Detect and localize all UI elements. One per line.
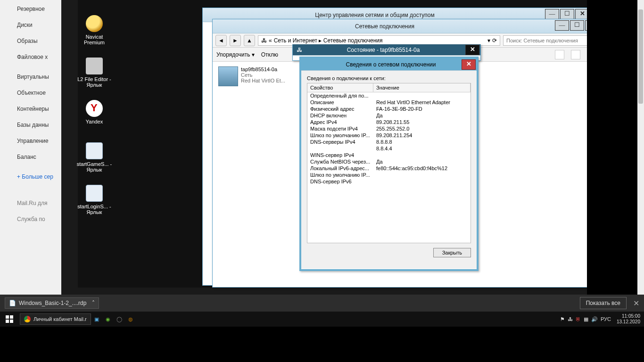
value-cell: 255.255.252.0: [373, 125, 471, 132]
properties-table: Свойство Значение Определенный для по...…: [307, 83, 471, 243]
sidebar-item[interactable]: Виртуальны: [0, 69, 61, 85]
preview-pane-icon[interactable]: [571, 50, 580, 59]
minimize-button[interactable]: —: [545, 9, 559, 19]
sidebar-item[interactable]: Объектное: [0, 85, 61, 101]
desktop-icon-startgame[interactable]: startGameS... - Ярлык: [75, 142, 113, 173]
sidebar-mailru[interactable]: Mail.Ru для: [0, 195, 61, 211]
table-row[interactable]: DNS-сервер IPv6: [307, 178, 471, 185]
show-all-downloads[interactable]: Показать все: [580, 297, 627, 309]
tray-lang[interactable]: РУС: [601, 316, 611, 322]
table-row[interactable]: Адрес IPv489.208.211.55: [307, 119, 471, 125]
sidebar-item[interactable]: Диски: [0, 17, 61, 33]
sidebar-item[interactable]: Файловое х: [0, 49, 61, 65]
nav-up-button[interactable]: ▲: [244, 35, 255, 46]
connection-details-window[interactable]: Сведения о сетевом подключении ✕ Сведени…: [299, 57, 479, 271]
titlebar[interactable]: 🖧 Состояние - tap9fb85514-0a ✕: [293, 44, 480, 56]
close-button[interactable]: ✕: [585, 20, 587, 31]
sidebar-more[interactable]: + Больше сер: [0, 169, 61, 185]
tray-clock[interactable]: 11:05:00 13.12.2020: [614, 313, 640, 325]
property-cell: [307, 145, 373, 152]
desktop-icon-yandex[interactable]: Yandex: [75, 100, 113, 124]
value-cell: fe80::544c:ac95:cbd0:f4bc%12: [373, 165, 471, 172]
col-value: Значение: [373, 83, 471, 92]
adapter-driver: Red Hat VirtIO Et...: [241, 78, 295, 83]
close-button[interactable]: ✕: [575, 9, 587, 19]
host-scrollbar[interactable]: [637, 0, 644, 295]
chevron-down-icon[interactable]: ▾: [487, 36, 490, 45]
value-cell: [373, 92, 471, 99]
desktop-icon-navicat[interactable]: Navicat Premium: [75, 15, 113, 45]
close-button[interactable]: ✕: [465, 45, 479, 55]
table-row[interactable]: ОписаниеRed Hat VirtIO Ethernet Adapter: [307, 99, 471, 106]
sidebar-item[interactable]: Образы: [0, 33, 61, 49]
taskbar-app-chrome[interactable]: Личный кабинет Mail.r: [20, 313, 91, 325]
taskbar-pinned-utorrent[interactable]: ◉: [102, 312, 114, 327]
desktop-icon-l2editor[interactable]: L2 File Editor - Ярлык: [75, 58, 113, 88]
minimize-button[interactable]: —: [555, 20, 569, 31]
tray-icon[interactable]: ⚑: [560, 316, 565, 322]
nav-forward-button[interactable]: ►: [230, 35, 241, 46]
table-row[interactable]: 8.8.4.4: [307, 145, 471, 152]
maximize-button[interactable]: ☐: [560, 9, 574, 19]
table-row[interactable]: DHCP включенДа: [307, 112, 471, 119]
chevron-up-icon[interactable]: ˄: [92, 300, 95, 306]
yandex-icon: [86, 100, 103, 117]
sidebar-item[interactable]: Управление: [0, 133, 61, 149]
organise-menu[interactable]: Упорядочить ▾: [216, 51, 255, 58]
start-button[interactable]: [0, 312, 19, 327]
adapter-icon: 🖧: [297, 47, 302, 53]
titlebar[interactable]: Сведения о сетевом подключении ✕: [301, 58, 477, 71]
taskbar-pinned-steam[interactable]: ◯: [114, 312, 125, 327]
property-cell: Шлюз по умолчанию IP...: [307, 132, 373, 139]
taskbar: Личный кабинет Mail.r ▣ ◉ ◯ ◍ ⚑ 🖧 ⛨ ▦ 🔊 …: [0, 312, 644, 327]
table-row[interactable]: Маска подсети IPv4255.255.252.0: [307, 125, 471, 132]
adapter-item[interactable]: tap9fb85514-0a Сеть Red Hat VirtIO Et...: [218, 66, 296, 86]
tray-sound-icon[interactable]: 🔊: [591, 316, 598, 322]
titlebar[interactable]: Сетевые подключения — ☐ ✕: [213, 19, 587, 33]
rdp-viewport: Navicat Premium L2 File Editor - Ярлык Y…: [61, 0, 587, 295]
table-row[interactable]: Служба NetBIOS через...Да: [307, 158, 471, 165]
sidebar-item[interactable]: Резервное: [0, 1, 61, 17]
table-row[interactable]: Шлюз по умолчанию IP...89.208.211.254: [307, 132, 471, 139]
close-details-button[interactable]: Закрыть: [433, 248, 471, 257]
property-cell: DHCP включен: [307, 112, 373, 119]
tray-icon[interactable]: ▦: [584, 316, 588, 322]
tray-security-icon[interactable]: ⛨: [576, 316, 581, 322]
tray-network-icon[interactable]: 🖧: [568, 316, 573, 322]
table-row[interactable]: Определенный для по...: [307, 92, 471, 99]
download-chip[interactable]: 📄 Windows_Basic-1-2_....rdp ˄: [5, 297, 99, 309]
file-icon: [86, 58, 103, 74]
value-cell: [373, 178, 471, 185]
property-cell: DNS-серверы IPv4: [307, 139, 373, 145]
table-row[interactable]: DNS-серверы IPv48.8.8.8: [307, 139, 471, 145]
svg-rect-3: [10, 320, 13, 323]
nav-back-button[interactable]: ◄: [215, 35, 227, 46]
table-row[interactable]: WINS-сервер IPv4: [307, 152, 471, 158]
view-options-icon[interactable]: [555, 50, 564, 59]
table-row[interactable]: Физический адресFA-16-3E-9B-20-FD: [307, 106, 471, 112]
table-row[interactable]: Локальный IPv6-адрес...fe80::544c:ac95:c…: [307, 165, 471, 172]
property-cell: Адрес IPv4: [307, 119, 373, 125]
desktop-icon-startlogin[interactable]: startLoginS... - Ярлык: [75, 185, 113, 215]
search-input[interactable]: [503, 35, 587, 46]
taskbar-pinned-1[interactable]: ▣: [91, 312, 102, 327]
dialog-body: Сведения о подключении к сети: Свойство …: [301, 71, 477, 269]
sidebar-item[interactable]: Баланс: [0, 149, 61, 165]
property-cell: WINS-сервер IPv4: [307, 152, 373, 158]
close-button[interactable]: ✕: [462, 59, 476, 70]
chrome-icon: [24, 316, 31, 322]
folder-icon: 🖧: [261, 36, 267, 45]
adapter-net: Сеть: [241, 72, 295, 78]
window-title: Состояние - tap9fb85514-0a: [305, 47, 480, 53]
close-downloads-bar[interactable]: ✕: [633, 299, 639, 308]
refresh-icon[interactable]: ⟳: [492, 36, 497, 45]
property-cell: Маска подсети IPv4: [307, 125, 373, 132]
sidebar-item[interactable]: Контейнеры: [0, 101, 61, 117]
remote-desktop[interactable]: Navicat Premium L2 File Editor - Ярлык Y…: [78, 0, 587, 288]
table-row[interactable]: Шлюз по умолчанию IP...: [307, 172, 471, 178]
maximize-button[interactable]: ☐: [570, 20, 584, 31]
sidebar-support[interactable]: Служба по: [0, 211, 61, 227]
disable-button[interactable]: Отклю: [261, 51, 278, 58]
taskbar-pinned-4[interactable]: ◍: [125, 312, 136, 327]
sidebar-item[interactable]: Базы данны: [0, 117, 61, 133]
